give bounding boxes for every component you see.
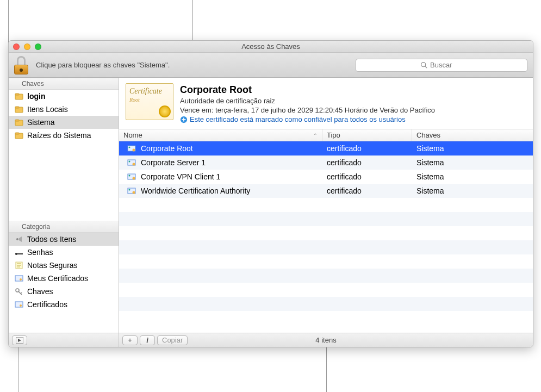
- svg-point-12: [15, 253, 17, 255]
- lock-status-text: Clique para bloquear as chaves "Sistema"…: [36, 61, 350, 69]
- table-row-empty: [119, 297, 533, 311]
- info-icon: i: [146, 336, 148, 345]
- svg-point-29: [129, 147, 130, 148]
- folder-icon: [14, 104, 24, 114]
- table-row[interactable]: Corporate Server 1certificadoSistema: [119, 155, 533, 170]
- toolbar: Clique para bloquear as chaves "Sistema"…: [9, 53, 533, 78]
- sidebar-keychain-local[interactable]: Itens Locais: [9, 103, 119, 116]
- row-name: Worldwide Certification Authority: [141, 186, 250, 195]
- svg-point-37: [133, 191, 135, 194]
- zoom-window-button[interactable]: [35, 43, 41, 50]
- close-window-button[interactable]: [13, 43, 20, 50]
- row-keychain: Sistema: [412, 172, 533, 181]
- svg-rect-9: [15, 133, 19, 134]
- table-row-empty: [119, 254, 533, 269]
- key-icon: [14, 247, 24, 257]
- svg-point-23: [20, 304, 22, 307]
- table-row-empty: [119, 198, 533, 212]
- copy-button[interactable]: Copiar: [157, 335, 188, 345]
- window-title: Acesso às Chaves: [9, 42, 533, 51]
- folder-icon: [14, 117, 24, 127]
- callout-line: [18, 347, 18, 392]
- row-keychain: Sistema: [412, 186, 533, 195]
- folder-icon: [14, 130, 24, 140]
- sidebar-item-label: Meus Certificados: [27, 274, 88, 283]
- certificate-name: Corporate Root: [180, 84, 435, 96]
- table-row-empty: [119, 283, 533, 297]
- grid-icon: [14, 234, 24, 244]
- column-header-name[interactable]: Nome ⌃: [119, 129, 322, 141]
- table-row[interactable]: Worldwide Certification Authoritycertifi…: [119, 184, 533, 198]
- sidebar-toggle-icon: [16, 337, 23, 344]
- search-icon: [420, 61, 427, 69]
- table-row[interactable]: Corporate VPN Client 1certificadoSistema: [119, 170, 533, 184]
- sidebar-keychains-list: login Itens Locais Sistema Raízes do Sis…: [9, 90, 119, 142]
- sidebar-category-certificates[interactable]: Certificados: [9, 298, 119, 311]
- info-button[interactable]: i: [140, 335, 155, 345]
- certificate-row-icon: [127, 186, 136, 196]
- sidebar-keychain-login[interactable]: login: [9, 90, 119, 103]
- svg-point-32: [129, 161, 130, 163]
- certificate-thumbnail-icon: Certificate Root: [126, 83, 173, 120]
- certificates-table: Nome ⌃ Tipo Chaves Corporate Rootcertifi…: [119, 129, 533, 333]
- svg-point-28: [133, 149, 135, 152]
- sidebar-category-all[interactable]: Todos os Itens: [9, 233, 119, 246]
- add-button[interactable]: +: [122, 335, 138, 345]
- note-icon: [14, 260, 24, 270]
- sidebar-keychains-header: Chaves: [9, 78, 119, 90]
- plus-icon: +: [128, 336, 132, 344]
- row-keychain: Sistema: [412, 144, 533, 153]
- keys-icon: [14, 287, 24, 296]
- sidebar-item-label: login: [27, 92, 45, 101]
- table-body[interactable]: Corporate RootcertificadoSistemaCorporat…: [119, 141, 533, 333]
- sidebar-item-label: Todos os Itens: [27, 235, 76, 244]
- column-header-type[interactable]: Tipo: [322, 129, 412, 141]
- certificate-authority-type: Autoridade de certificação raiz: [180, 97, 435, 105]
- table-row[interactable]: Corporate RootcertificadoSistema: [119, 141, 533, 155]
- lock-icon[interactable]: [12, 55, 30, 76]
- sidebar-category-keys[interactable]: Chaves: [9, 285, 119, 298]
- certificate-icon: [14, 273, 24, 283]
- minimize-window-button[interactable]: [24, 43, 30, 50]
- row-type: certificado: [322, 172, 412, 181]
- toggle-sidebar-button[interactable]: [12, 335, 27, 345]
- sidebar-category-list: Todos os Itens Senhas Notas Seguras Meus…: [9, 233, 119, 333]
- svg-point-10: [16, 238, 18, 240]
- sidebar-category-secure-notes[interactable]: Notas Seguras: [9, 259, 119, 272]
- bottom-bar: + i Copiar 4 itens: [9, 333, 533, 347]
- svg-rect-7: [15, 120, 19, 121]
- svg-rect-5: [15, 107, 19, 108]
- certificate-detail: Certificate Root Corporate Root Autorida…: [119, 78, 533, 129]
- row-name: Corporate Server 1: [141, 158, 206, 167]
- sidebar-item-label: Sistema: [27, 118, 55, 127]
- svg-point-18: [20, 278, 22, 281]
- certificate-expiration: Vence em: terça-feira, 17 de julho de 20…: [180, 106, 435, 114]
- sidebar-keychain-system-roots[interactable]: Raízes do Sistema: [9, 129, 119, 142]
- certificate-icon: [14, 300, 24, 309]
- svg-line-1: [425, 66, 427, 68]
- row-type: certificado: [322, 186, 412, 195]
- table-row-empty: [119, 226, 533, 240]
- row-name: Corporate VPN Client 1: [141, 172, 220, 181]
- callout-line: [326, 347, 327, 392]
- sidebar-item-label: Certificados: [27, 300, 67, 309]
- search-field[interactable]: [356, 59, 527, 72]
- svg-rect-22: [15, 302, 23, 307]
- search-input[interactable]: [430, 61, 463, 69]
- svg-point-38: [129, 189, 130, 191]
- svg-point-31: [133, 163, 135, 166]
- plus-circle-icon: [180, 116, 188, 123]
- svg-marker-40: [18, 339, 21, 342]
- certificate-trust-status: Este certificado está marcado como confi…: [180, 115, 435, 123]
- sidebar-category-passwords[interactable]: Senhas: [9, 246, 119, 259]
- column-header-keychain[interactable]: Chaves: [412, 129, 533, 141]
- table-row-empty: [119, 269, 533, 283]
- row-name: Corporate Root: [141, 144, 193, 153]
- svg-point-35: [129, 175, 130, 177]
- svg-line-21: [21, 293, 22, 294]
- sort-ascending-icon: ⌃: [313, 133, 318, 138]
- main-pane: Certificate Root Corporate Root Autorida…: [119, 78, 533, 333]
- sidebar-keychain-system[interactable]: Sistema: [9, 116, 119, 129]
- sidebar-category-my-certificates[interactable]: Meus Certificados: [9, 272, 119, 285]
- table-row-empty: [119, 212, 533, 226]
